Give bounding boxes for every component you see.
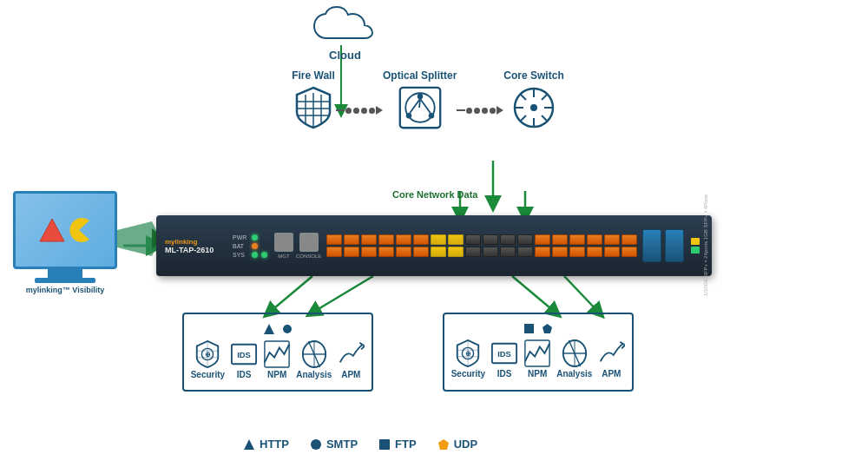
sfp-10 (483, 234, 498, 245)
circle-header-icon (282, 324, 293, 334)
http-triangle-icon (243, 438, 255, 451)
apm-label: APM (341, 370, 360, 379)
sfp-3 (361, 234, 377, 245)
cloud-icon (312, 5, 378, 47)
coreswitch-device: Core Switch (503, 69, 563, 130)
status-led-1 (691, 238, 700, 245)
sfp-b1 (326, 247, 342, 257)
svg-line-21 (419, 99, 420, 108)
coreswitch-label: Core Switch (503, 69, 563, 82)
pentagon-header-icon (542, 323, 553, 334)
console-label: CONSOLE (296, 254, 321, 259)
sfp-module-1 (642, 229, 661, 262)
tap-rj45-ports: MGT CONSOLE (274, 233, 321, 259)
udp-label: UDP (454, 438, 477, 451)
bat-led-row: BAT (233, 243, 267, 249)
svg-marker-62 (438, 439, 449, 450)
sfp-17 (604, 234, 620, 245)
sfp-18 (621, 234, 637, 245)
toolbox-right: ⊕ Security IDS IDS (443, 313, 634, 392)
svg-line-31 (520, 115, 526, 122)
coreswitch-icon (511, 85, 556, 130)
connector-splitter-coreswitch (457, 89, 503, 132)
sfp-15 (569, 234, 585, 245)
monitor-label: mylinking™ Visibility (26, 286, 104, 294)
sfp-2 (344, 234, 359, 245)
svg-line-4 (269, 276, 312, 313)
sfp-b7 (431, 247, 446, 257)
sfp-b3 (361, 247, 377, 257)
sfp-5 (396, 234, 411, 245)
sfp-b4 (378, 247, 394, 257)
sfp-b17 (604, 247, 620, 257)
legend-http: HTTP (243, 438, 289, 451)
ftp-label: FTP (395, 438, 417, 451)
svg-line-20 (410, 99, 420, 114)
security-icon-r: ⊕ (454, 339, 482, 367)
svg-line-30 (542, 94, 548, 100)
diagram-container: Cloud Fire Wall (0, 0, 868, 461)
apm-icon-r (597, 339, 625, 367)
cloud-section: Cloud (312, 5, 378, 62)
svg-line-5 (312, 276, 373, 313)
sfp-module-2 (665, 229, 684, 262)
npm-label-r: NPM (528, 369, 547, 379)
udp-pentagon-icon (437, 438, 450, 451)
sfp-b6 (413, 247, 429, 257)
sfp-16 (587, 234, 602, 245)
tap-right-area: 1/10GE SFP+×24ports 1GB SFP+×4Ports (642, 194, 708, 296)
sfp-row-bottom (326, 247, 637, 257)
security-label-r: Security (451, 369, 485, 379)
triangle-header-icon (263, 323, 275, 335)
sfp-b5 (396, 247, 411, 257)
square-header-icon (523, 323, 535, 334)
splitter-device: Optical Splitter (383, 69, 457, 130)
bat-label: BAT (233, 243, 248, 249)
toolbox-right-icons: ⊕ Security IDS IDS (451, 339, 626, 379)
sfp-14 (552, 234, 568, 245)
sfp-4 (378, 234, 394, 245)
legend-row: HTTP SMTP FTP UDP (243, 438, 477, 451)
toolbox-left-icons: ⊕ Security IDS IDS (191, 340, 365, 379)
splitter-icon (398, 85, 443, 130)
cloud-label: Cloud (329, 49, 361, 62)
sfp-13 (535, 234, 550, 245)
svg-point-36 (283, 325, 292, 333)
npm-icon-r (523, 339, 551, 367)
sfp-b2 (344, 247, 359, 257)
sys-led-row: SYS (233, 252, 267, 258)
sys-led (252, 252, 258, 258)
svg-point-23 (530, 104, 537, 111)
firewall-device: Fire Wall (291, 69, 336, 130)
security-label: Security (191, 370, 225, 379)
ids-label-r: IDS (497, 369, 512, 379)
tap-brand: mylinking (165, 238, 226, 246)
security-tool-r: ⊕ Security (451, 339, 485, 379)
npm-tool: NPM (263, 340, 291, 379)
pwr-label: PWR (233, 234, 248, 240)
sfp-6 (413, 234, 429, 245)
analysis-label: Analysis (296, 370, 332, 379)
monitor-section: mylinking™ Visibility (13, 191, 117, 294)
apm-icon (337, 340, 365, 368)
svg-marker-59 (244, 439, 254, 450)
toolbox-left: ⊕ Security IDS IDS (182, 313, 373, 392)
toolbox-left-header (263, 323, 293, 335)
sfp-b11 (500, 247, 516, 257)
tap-leds: PWR BAT SYS (233, 234, 267, 258)
svg-line-6 (512, 276, 556, 313)
svg-rect-47 (524, 324, 534, 333)
monitor-base (35, 278, 95, 283)
sfp-b14 (552, 247, 568, 257)
sfp-b12 (517, 247, 533, 257)
sfp-7 (431, 234, 446, 245)
svg-text:IDS: IDS (497, 349, 511, 359)
sfp-b18 (621, 247, 637, 257)
sfp-8 (448, 234, 464, 245)
svg-text:⊕: ⊕ (465, 350, 471, 358)
security-tool: ⊕ Security (191, 340, 225, 379)
pwr-led-row: PWR (233, 234, 267, 240)
sys-label: SYS (233, 252, 248, 258)
ftp-square-icon (378, 438, 391, 451)
apm-label-r: APM (602, 369, 621, 379)
